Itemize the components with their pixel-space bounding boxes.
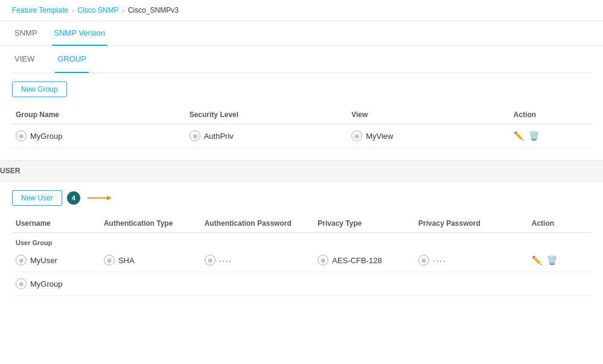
tab-snmp-version[interactable]: SNMP Version xyxy=(52,21,107,46)
svg-marker-1 xyxy=(107,196,112,200)
table-row: ⊕ MyGroup ⊕ AuthPriv ⊕ MyView xyxy=(12,124,591,148)
breadcrumb-feature-template[interactable]: Feature Template xyxy=(12,6,68,14)
sub-tab-view[interactable]: VIEW xyxy=(12,46,37,73)
col-auth-type: Authentication Type xyxy=(100,214,201,233)
auth-password-cell: ⊕ ···· xyxy=(201,249,314,272)
user-group-priv-type-cell xyxy=(314,272,415,296)
user-group-action-cell xyxy=(528,272,591,296)
user-table: Username Authentication Type Authenticat… xyxy=(12,214,591,296)
user-group-value: MyGroup xyxy=(30,279,62,289)
breadcrumb-sep-1: › xyxy=(72,7,74,14)
sub-tab-group[interactable]: GROUP xyxy=(55,46,89,73)
content-area: VIEW GROUP New Group Group Name Security… xyxy=(0,46,603,148)
col-privacy-password: Privacy Password xyxy=(415,214,528,233)
col-auth-password: Authentication Password xyxy=(201,214,314,233)
globe-icon-view: ⊕ xyxy=(351,130,362,141)
user-group-cell: ⊕ MyGroup xyxy=(12,272,100,296)
globe-icon-priv-type: ⊕ xyxy=(317,255,328,266)
globe-icon-username: ⊕ xyxy=(16,255,27,266)
new-group-button[interactable]: New Group xyxy=(12,81,67,97)
globe-icon-auth-type: ⊕ xyxy=(104,255,115,266)
col-view: View xyxy=(348,106,510,124)
edit-user-icon[interactable]: ✏️ xyxy=(532,255,542,265)
col-privacy-type: Privacy Type xyxy=(314,214,415,233)
tab-snmp[interactable]: SNMP xyxy=(12,21,40,46)
security-level-cell: ⊕ AuthPriv xyxy=(186,124,348,148)
annotation-badge-4: 4 xyxy=(67,191,80,205)
sub-tabs: VIEW GROUP xyxy=(12,46,591,73)
globe-icon-group: ⊕ xyxy=(16,130,27,141)
col-user-action: Action xyxy=(528,214,591,233)
delete-group-icon[interactable]: 🗑️ xyxy=(529,131,539,141)
user-action-cell: ✏️ 🗑️ xyxy=(528,249,591,272)
globe-icon-priv-pass: ⊕ xyxy=(418,255,429,266)
privacy-password-cell: ⊕ ···· xyxy=(415,249,528,272)
col-group-name: Group Name xyxy=(12,106,186,124)
username-cell: ⊕ MyUser xyxy=(12,249,100,272)
user-group-auth-pass-cell xyxy=(201,272,314,296)
edit-group-icon[interactable]: ✏️ xyxy=(514,131,524,141)
auth-type-cell: ⊕ SHA xyxy=(100,249,201,272)
breadcrumb-cisco-snmpv3: Cisco_SNMPv3 xyxy=(128,6,179,14)
user-section-label: USER xyxy=(0,167,20,175)
globe-icon-security: ⊕ xyxy=(190,130,200,141)
main-tabs: SNMP SNMP Version xyxy=(0,21,603,46)
breadcrumb: Feature Template › Cisco SNMP › Cisco_SN… xyxy=(0,0,603,21)
view-value: MyView xyxy=(366,132,393,141)
delete-user-icon[interactable]: 🗑️ xyxy=(547,255,557,265)
globe-icon-auth-pass: ⊕ xyxy=(205,255,215,266)
action-cell: ✏️ 🗑️ xyxy=(510,124,591,148)
user-group-priv-pass-cell xyxy=(415,272,528,296)
col-action: Action xyxy=(510,106,591,124)
privacy-password-value: ···· xyxy=(433,256,446,265)
breadcrumb-cisco-snmp[interactable]: Cisco SNMP xyxy=(78,6,119,14)
user-section-divider: USER xyxy=(0,160,603,182)
auth-password-value: ···· xyxy=(219,256,232,265)
username-value: MyUser xyxy=(30,256,57,265)
col-security-level: Security Level xyxy=(186,106,348,124)
col-username: Username xyxy=(12,214,100,233)
group-name-cell: ⊕ MyGroup xyxy=(12,124,186,148)
privacy-type-cell: ⊕ AES-CFB-128 xyxy=(314,249,415,272)
user-table-row: ⊕ MyUser ⊕ SHA ⊕ ···· xyxy=(12,249,591,272)
breadcrumb-sep-2: › xyxy=(123,7,124,14)
user-group-label: User Group xyxy=(12,233,591,249)
view-cell: ⊕ MyView xyxy=(348,124,510,148)
security-level-value: AuthPriv xyxy=(204,132,234,141)
annotation-arrow xyxy=(88,193,112,203)
privacy-type-value: AES-CFB-128 xyxy=(332,256,381,265)
user-group-auth-type-cell xyxy=(100,272,201,296)
user-sub-header-row: User Group xyxy=(12,233,591,249)
group-name-value: MyGroup xyxy=(30,132,62,141)
user-group-row: ⊕ MyGroup xyxy=(12,272,591,296)
group-toolbar: New Group xyxy=(12,73,591,106)
group-table: Group Name Security Level View Action ⊕ … xyxy=(12,106,591,148)
user-toolbar: New User 4 xyxy=(12,182,591,214)
auth-type-value: SHA xyxy=(118,256,135,265)
arrow-icon xyxy=(88,193,112,203)
globe-icon-user-group: ⊕ xyxy=(16,278,27,289)
new-user-button[interactable]: New User xyxy=(12,190,62,206)
